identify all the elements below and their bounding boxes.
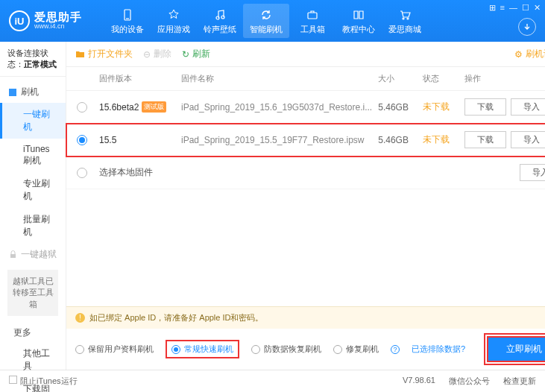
refresh-icon: ↻	[182, 49, 189, 60]
window-controls: ⊞ ≡ — ☐ ✕	[489, 3, 541, 13]
col-name: 固件名称	[181, 73, 378, 84]
main-panel: 打开文件夹 ⊖删除 ↻刷新 ⚙刷机设置 固件版本 固件名称 大小 状态 操作 1…	[66, 42, 545, 370]
info-icon: !	[75, 313, 85, 323]
help-icon[interactable]: ?	[391, 345, 400, 354]
svg-rect-7	[10, 254, 16, 258]
refresh-icon	[259, 8, 273, 22]
status-bar: 阻止iTunes运行 V7.98.61 微信公众号 检查更新	[0, 370, 545, 392]
nav-my-device[interactable]: 我的设备	[104, 4, 151, 38]
gear-icon: ⚙	[514, 49, 523, 60]
exclude-data-link[interactable]: 已选排除数据?	[412, 344, 465, 355]
svg-point-6	[407, 18, 409, 19]
beta-tag: 测试版	[142, 101, 166, 113]
col-version: 固件版本	[99, 73, 181, 84]
square-icon	[9, 89, 16, 96]
delete-button[interactable]: ⊖删除	[143, 48, 171, 60]
book-icon	[352, 8, 365, 22]
checkbox-icon[interactable]	[9, 376, 17, 384]
nav-toolbox[interactable]: 工具箱	[289, 4, 335, 38]
firmware-name: iPad_Spring_2019_15.5_19F77_Restore.ipsw	[181, 135, 378, 145]
version-label: V7.98.61	[403, 376, 435, 387]
import-button[interactable]: 导入	[511, 98, 545, 116]
sidebar-item-pro[interactable]: 专业刷机	[0, 172, 66, 208]
block-itunes-option[interactable]: 阻止iTunes运行	[9, 376, 78, 387]
apple-id-banner: ! 如已绑定 Apple ID，请准备好 Apple ID和密码。 ✕	[66, 306, 545, 329]
brand-url: www.i4.cn	[34, 23, 82, 31]
section-flash[interactable]: 刷机	[0, 81, 66, 103]
maximize-icon[interactable]: ☐	[522, 3, 529, 13]
col-status: 状态	[423, 73, 464, 84]
sidebar-item-itunes[interactable]: iTunes刷机	[0, 139, 66, 172]
firmware-row[interactable]: 15.5 iPad_Spring_2019_15.5_19F77_Restore…	[66, 124, 545, 157]
download-button[interactable]: 下载	[464, 131, 506, 148]
top-nav: 我的设备 应用游戏 铃声壁纸 智能刷机 工具箱 教程中心 爱思商城	[104, 4, 536, 38]
flash-settings-button[interactable]: ⚙刷机设置	[514, 48, 545, 60]
delete-icon: ⊖	[143, 49, 151, 60]
col-ops: 操作	[464, 73, 545, 84]
nav-store[interactable]: 爱思商城	[382, 4, 428, 38]
minimize-icon[interactable]: —	[509, 3, 517, 13]
col-size: 大小	[378, 73, 423, 84]
mode-repair[interactable]: 修复刷机	[333, 344, 379, 355]
music-icon	[213, 8, 227, 22]
close-icon[interactable]: ✕	[534, 3, 541, 13]
toolbox-icon	[306, 8, 319, 22]
import-button[interactable]: 导入	[520, 164, 545, 181]
folder-icon	[75, 49, 85, 59]
nav-tutorials[interactable]: 教程中心	[335, 4, 382, 38]
import-button[interactable]: 导入	[511, 131, 545, 148]
nav-apps[interactable]: 应用游戏	[151, 4, 197, 38]
nav-flash[interactable]: 智能刷机	[243, 4, 289, 38]
brand-name: 爱思助手	[34, 11, 82, 24]
firmware-name: iPad_Spring_2019_15.6_19G5037d_Restore.i…	[181, 102, 378, 113]
section-more[interactable]: 更多	[0, 320, 66, 342]
apps-icon	[167, 8, 180, 22]
row-radio[interactable]	[77, 168, 87, 178]
mode-anti-recovery[interactable]: 防数据恢复刷机	[251, 344, 321, 355]
flash-mode-bar: 保留用户资料刷机 常规快速刷机 防数据恢复刷机 修复刷机 ? 已选排除数据? 立…	[66, 329, 545, 370]
svg-rect-4	[308, 13, 317, 19]
app-logo: iU	[9, 10, 30, 31]
mode-keep-data[interactable]: 保留用户资料刷机	[75, 344, 154, 355]
device-status: 设备连接状态：正常模式	[0, 42, 66, 77]
mode-normal[interactable]: 常规快速刷机	[171, 344, 233, 355]
sidebar-item-oneclick[interactable]: 一键刷机	[0, 103, 66, 139]
row-radio[interactable]	[77, 102, 87, 113]
section-jailbreak: 一键越狱	[0, 248, 66, 265]
sidebar: 设备连接状态：正常模式 刷机 一键刷机 iTunes刷机 专业刷机 批量刷机 一…	[0, 42, 66, 370]
check-update-link[interactable]: 检查更新	[503, 376, 536, 387]
win-grid-icon[interactable]: ⊞	[489, 3, 496, 13]
wechat-link[interactable]: 微信公众号	[449, 376, 490, 387]
toolbar: 打开文件夹 ⊖删除 ↻刷新 ⚙刷机设置	[66, 42, 545, 67]
download-button[interactable]: 下载	[464, 98, 506, 116]
row-radio[interactable]	[77, 135, 87, 145]
brand: 爱思助手 www.i4.cn	[34, 11, 82, 31]
refresh-button[interactable]: ↻刷新	[182, 48, 210, 60]
flash-now-button[interactable]: 立即刷机	[487, 336, 545, 362]
table-header: 固件版本 固件名称 大小 状态 操作	[66, 67, 545, 91]
svg-point-5	[403, 18, 404, 19]
sidebar-item-batch[interactable]: 批量刷机	[0, 208, 66, 244]
phone-icon	[121, 8, 134, 22]
local-firmware-row[interactable]: 选择本地固件 导入	[66, 157, 545, 189]
lock-icon	[9, 250, 17, 259]
download-indicator-icon[interactable]	[518, 18, 536, 36]
cart-icon	[398, 8, 412, 22]
open-folder-button[interactable]: 打开文件夹	[75, 48, 133, 60]
sidebar-item-other[interactable]: 其他工具	[0, 342, 66, 378]
firmware-row[interactable]: 15.6beta2测试版 iPad_Spring_2019_15.6_19G50…	[66, 91, 545, 124]
nav-media[interactable]: 铃声壁纸	[197, 4, 243, 38]
titlebar: iU 爱思助手 www.i4.cn 我的设备 应用游戏 铃声壁纸 智能刷机 工具…	[0, 0, 545, 42]
win-menu-icon[interactable]: ≡	[500, 3, 505, 13]
jailbreak-note: 越狱工具已转移至工具箱	[7, 270, 58, 316]
